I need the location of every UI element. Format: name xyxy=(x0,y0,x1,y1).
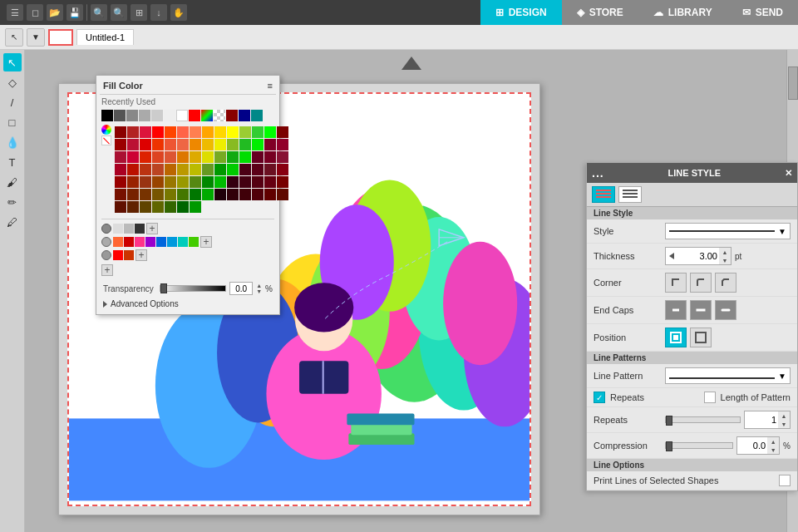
color-swatch[interactable] xyxy=(277,164,288,175)
transparency-slider[interactable] xyxy=(160,285,226,292)
color-swatch[interactable] xyxy=(202,176,214,188)
color-swatch[interactable] xyxy=(115,189,126,200)
rectangle-tool-icon[interactable]: □ xyxy=(3,113,22,131)
color-swatch[interactable] xyxy=(165,151,176,163)
color-swatch[interactable] xyxy=(115,164,126,175)
scrollbar-thumb[interactable] xyxy=(788,66,798,100)
swatch-verylightgray[interactable] xyxy=(164,110,175,121)
tab-line-style-1[interactable] xyxy=(592,186,615,203)
custom-swatch-d[interactable] xyxy=(145,237,155,247)
color-swatch[interactable] xyxy=(202,189,214,200)
color-swatch[interactable] xyxy=(190,201,201,213)
color-swatch[interactable] xyxy=(140,201,151,213)
color-swatch[interactable] xyxy=(202,126,214,138)
color-swatch[interactable] xyxy=(277,176,288,188)
swatch-white[interactable] xyxy=(176,110,188,121)
color-swatch[interactable] xyxy=(202,139,214,150)
color-swatch[interactable] xyxy=(227,164,239,175)
line-style-menu-icon[interactable]: ... xyxy=(592,166,604,180)
add-swatch-button-1[interactable]: + xyxy=(146,223,158,234)
fill-popup-menu-icon[interactable]: ≡ xyxy=(268,81,273,91)
color-swatch[interactable] xyxy=(214,176,226,188)
color-swatch[interactable] xyxy=(177,151,189,163)
color-swatch[interactable] xyxy=(115,201,126,213)
document-tab[interactable]: Untitled-1 xyxy=(76,29,134,45)
zoom-in-icon[interactable]: 🔍 xyxy=(91,4,107,21)
swatch-gray1[interactable] xyxy=(114,110,126,121)
endcap-flat-button[interactable] xyxy=(665,300,687,320)
color-swatch[interactable] xyxy=(264,126,276,138)
custom-swatch-g[interactable] xyxy=(178,237,188,247)
color-swatch[interactable] xyxy=(177,176,189,188)
color-swatch[interactable] xyxy=(140,139,151,150)
color-swatch[interactable] xyxy=(140,164,151,175)
color-swatch[interactable] xyxy=(115,151,126,163)
corner-round-button[interactable] xyxy=(690,273,712,293)
color-swatch[interactable] xyxy=(127,126,139,138)
compression-spin-up[interactable]: ▲ xyxy=(767,437,779,446)
color-swatch[interactable] xyxy=(127,139,139,150)
swatch-navy[interactable] xyxy=(239,110,250,121)
swatch-lightgray[interactable] xyxy=(151,110,163,121)
select-tool-icon[interactable]: ↖ xyxy=(3,53,22,71)
color-swatch[interactable] xyxy=(227,126,239,138)
custom-swatch-b[interactable] xyxy=(124,237,134,247)
color-swatch[interactable] xyxy=(115,176,126,188)
corner-bevel-button[interactable] xyxy=(715,273,736,293)
endcap-round-button[interactable] xyxy=(715,300,736,320)
color-swatch[interactable] xyxy=(214,164,226,175)
scroll-up-arrow[interactable] xyxy=(401,57,421,70)
up-arrow-icon[interactable]: ↓ xyxy=(150,4,167,21)
eyedropper-tool-icon[interactable]: 💧 xyxy=(3,133,22,151)
swatch-no-fill[interactable] xyxy=(101,135,111,145)
new-icon[interactable]: ◻ xyxy=(27,4,43,21)
color-swatch[interactable] xyxy=(277,189,288,200)
color-swatch[interactable] xyxy=(177,201,189,213)
swatch-red[interactable] xyxy=(189,110,200,121)
color-swatch[interactable] xyxy=(239,164,251,175)
color-swatch[interactable] xyxy=(177,126,189,138)
thickness-spin-down[interactable]: ▼ xyxy=(719,256,731,264)
color-swatch[interactable] xyxy=(177,164,189,175)
color-swatch[interactable] xyxy=(264,164,276,175)
thickness-spin-up[interactable]: ▲ xyxy=(719,248,731,256)
zoom-out-icon[interactable]: 🔍 xyxy=(111,4,127,21)
color-swatch[interactable] xyxy=(165,139,176,150)
color-swatch[interactable] xyxy=(252,164,264,175)
style-dropdown[interactable]: ▼ xyxy=(665,223,791,239)
corner-sharp-button[interactable] xyxy=(665,273,687,293)
color-swatch[interactable] xyxy=(190,126,201,138)
pen-tool-icon[interactable]: 🖊 xyxy=(3,213,22,231)
color-swatch[interactable] xyxy=(252,126,264,138)
color-swatch[interactable] xyxy=(177,189,189,200)
color-swatch[interactable] xyxy=(252,189,264,200)
print-lines-checkbox[interactable] xyxy=(779,475,791,486)
color-swatch[interactable] xyxy=(190,164,201,175)
paint-tool-icon[interactable]: 🖌 xyxy=(3,173,22,191)
custom-swatch-3[interactable] xyxy=(135,224,145,234)
color-swatch[interactable] xyxy=(190,189,201,200)
custom-swatch-j[interactable] xyxy=(124,250,134,260)
color-swatch[interactable] xyxy=(190,176,201,188)
color-swatch[interactable] xyxy=(214,151,226,163)
color-swatch[interactable] xyxy=(239,126,251,138)
tab-store[interactable]: ◈ STORE xyxy=(562,0,638,25)
swatch-checker[interactable] xyxy=(214,110,225,121)
color-swatch[interactable] xyxy=(165,164,176,175)
color-swatch[interactable] xyxy=(127,164,139,175)
color-swatch[interactable] xyxy=(127,189,139,200)
text-tool-icon[interactable]: T xyxy=(3,153,22,171)
color-swatch[interactable] xyxy=(165,126,176,138)
color-swatch[interactable] xyxy=(165,189,176,200)
color-swatch[interactable] xyxy=(227,139,239,150)
color-swatch[interactable] xyxy=(227,189,239,200)
swatch-gradient[interactable] xyxy=(201,110,213,121)
cursor-select-icon[interactable]: ↖ xyxy=(5,28,23,47)
swatch-special-gradient[interactable] xyxy=(101,125,111,135)
color-swatch[interactable] xyxy=(214,126,226,138)
swatch-teal[interactable] xyxy=(251,110,263,121)
custom-swatch-a[interactable] xyxy=(113,237,123,247)
length-of-pattern-checkbox[interactable] xyxy=(704,392,716,403)
color-swatch[interactable] xyxy=(152,176,164,188)
color-swatch[interactable] xyxy=(127,151,139,163)
